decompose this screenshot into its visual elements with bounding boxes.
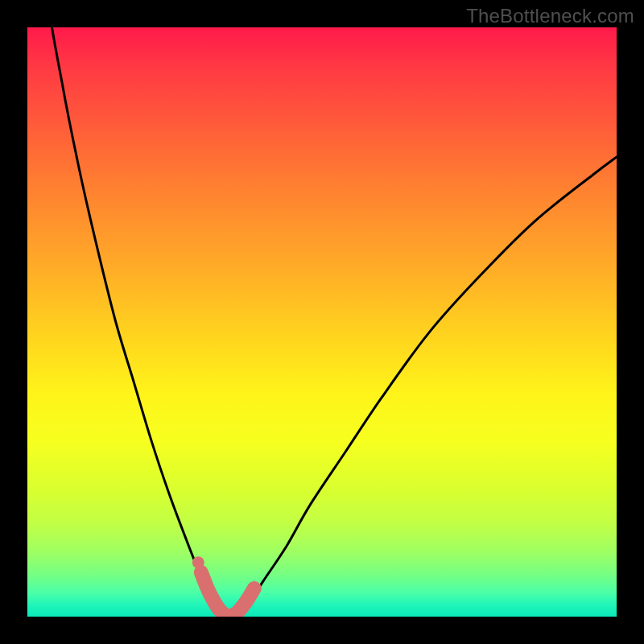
chart-frame: TheBottleneck.com: [0, 0, 644, 644]
watermark-text: TheBottleneck.com: [466, 5, 634, 27]
curve-layer: [27, 27, 617, 617]
bottleneck-curve: [27, 27, 617, 617]
valley-isolated-dot: [192, 556, 204, 568]
plot-area: [27, 27, 617, 617]
valley-marker-path: [201, 572, 254, 616]
